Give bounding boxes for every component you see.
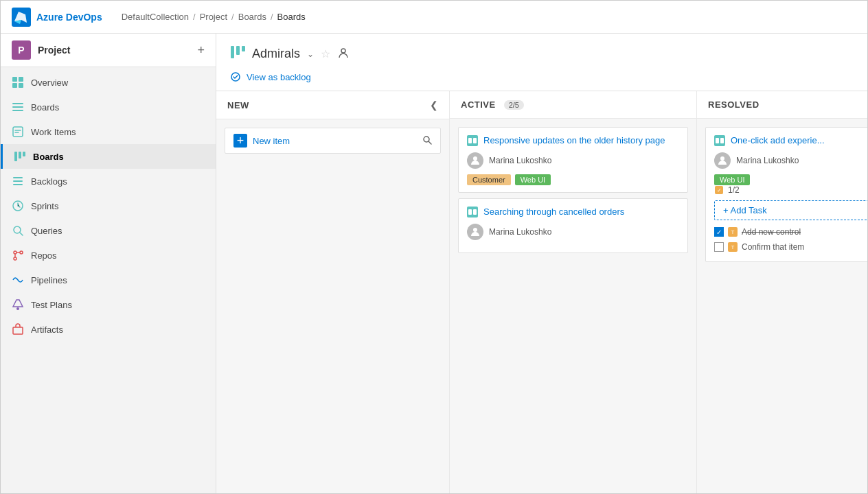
board-grid-icon xyxy=(230,45,245,63)
col-body-resolved: One-click add experie... Marina Lukoshko… xyxy=(697,119,867,493)
col-title-active: Active xyxy=(461,99,496,110)
avatar-r1 xyxy=(714,152,731,169)
sidebar-item-repos[interactable]: Repos xyxy=(1,243,216,268)
work-card-2[interactable]: Searching through cancelled orders Marin… xyxy=(458,198,688,253)
user-name-2: Marina Lukoshko xyxy=(489,227,551,237)
work-card-1-user: Marina Lukoshko xyxy=(467,152,679,169)
col-title-new: New xyxy=(227,100,249,110)
sidebar-item-sprints[interactable]: Sprints xyxy=(1,193,216,218)
col-header-new: New ❮ xyxy=(216,91,449,119)
task-child-icon-1: T xyxy=(728,227,738,237)
sidebar-item-testplans[interactable]: Test Plans xyxy=(1,292,216,317)
work-card-1[interactable]: Responsive updates on the older history … xyxy=(458,127,688,193)
sidebar-item-boards-parent-label: Boards xyxy=(31,102,59,113)
col-header-active: Active 2/5 xyxy=(450,91,696,119)
svg-rect-44 xyxy=(720,138,724,143)
svg-rect-27 xyxy=(231,46,234,58)
sidebar-item-testplans-label: Test Plans xyxy=(31,300,72,310)
content-header: Admirals ⌄ ☆ View as backlog xyxy=(216,34,867,91)
task-checkbox-1[interactable] xyxy=(714,227,724,237)
task-checkbox-2[interactable] xyxy=(714,242,724,252)
user-name-1: Marina Lukoshko xyxy=(489,156,551,165)
work-card-2-user: Marina Lukoshko xyxy=(467,224,679,240)
work-item-type-icon-1 xyxy=(467,135,478,146)
board-team-icon[interactable] xyxy=(337,47,350,62)
svg-point-30 xyxy=(341,49,345,53)
svg-point-37 xyxy=(473,156,477,161)
view-backlog-label: View as backlog xyxy=(247,72,311,82)
top-bar: Azure DevOps DefaultCollection / Project… xyxy=(1,1,867,34)
board-area: New ❮ + New item xyxy=(216,91,867,493)
sidebar-item-backlogs[interactable]: Backlogs xyxy=(1,169,216,193)
svg-rect-8 xyxy=(12,106,23,108)
board-title: Admirals xyxy=(252,47,300,61)
board-column-new: New ❮ + New item xyxy=(216,91,450,493)
sidebar-item-artifacts[interactable]: Artifacts xyxy=(1,317,216,342)
work-item-type-icon-2 xyxy=(467,207,478,217)
overview-icon xyxy=(12,76,24,89)
svg-point-20 xyxy=(14,251,16,254)
board-column-active: Active 2/5 Responsive updates on the old… xyxy=(450,91,697,493)
sidebar-item-queries-label: Queries xyxy=(31,226,62,236)
sidebar-item-repos-label: Repos xyxy=(31,250,57,261)
board-title-row: Admirals ⌄ ☆ xyxy=(230,45,854,63)
svg-point-45 xyxy=(720,156,724,161)
task-label-2: Confirm that item xyxy=(742,242,804,252)
sidebar-item-workitems-label: Work Items xyxy=(31,127,76,137)
sidebar-item-pipelines[interactable]: Pipelines xyxy=(1,268,216,292)
breadcrumb-defaultcollection[interactable]: DefaultCollection xyxy=(122,12,189,22)
work-card-r1-user: Marina Lukoshko xyxy=(714,152,867,169)
svg-point-22 xyxy=(20,251,23,254)
boards-parent-icon xyxy=(12,101,24,113)
sidebar-item-overview[interactable]: Overview xyxy=(1,70,216,95)
sidebar-item-queries[interactable]: Queries xyxy=(1,218,216,243)
col-chevron-new[interactable]: ❮ xyxy=(430,99,438,110)
col-body-active: Responsive updates on the older history … xyxy=(450,119,696,493)
col-header-resolved: Resolved xyxy=(697,91,867,119)
breadcrumb-sep-1: / xyxy=(193,12,196,22)
svg-rect-40 xyxy=(473,209,477,215)
testplans-icon xyxy=(12,298,24,311)
avatar-2 xyxy=(467,224,483,240)
work-card-2-header: Searching through cancelled orders xyxy=(467,206,679,218)
svg-rect-10 xyxy=(13,127,23,137)
task-progress-icon: ✓ xyxy=(714,185,724,195)
svg-rect-6 xyxy=(19,83,23,88)
board-dropdown-icon[interactable]: ⌄ xyxy=(307,49,314,59)
sidebar-item-boards-parent[interactable]: Boards xyxy=(1,95,216,119)
col-count-active: 2/5 xyxy=(504,100,524,110)
svg-line-33 xyxy=(429,141,431,144)
sidebar-nav: Overview Boards Work Items xyxy=(1,67,216,344)
breadcrumb-boards-1[interactable]: Boards xyxy=(238,12,266,22)
breadcrumb-boards-2: Boards xyxy=(277,12,306,22)
new-item-add-button[interactable]: + xyxy=(233,134,247,148)
svg-rect-14 xyxy=(13,177,23,178)
add-task-button[interactable]: + Add Task xyxy=(714,200,867,220)
svg-rect-28 xyxy=(236,46,240,55)
add-project-button[interactable]: + xyxy=(197,43,205,58)
sidebar-project: P Project + xyxy=(1,34,216,67)
sidebar-item-boards-label: Boards xyxy=(33,152,64,162)
svg-rect-26 xyxy=(13,327,23,334)
search-icon[interactable] xyxy=(422,135,432,147)
board-favorite-icon[interactable]: ☆ xyxy=(321,47,330,60)
logo-text: Azure DevOps xyxy=(36,12,102,23)
azure-devops-logo-icon xyxy=(12,8,31,27)
svg-rect-9 xyxy=(12,110,23,111)
sidebar-item-boards[interactable]: Boards xyxy=(1,144,216,169)
svg-rect-16 xyxy=(13,184,23,185)
work-card-resolved-1[interactable]: One-click add experie... Marina Lukoshko… xyxy=(705,127,867,262)
breadcrumb: DefaultCollection / Project / Boards / B… xyxy=(122,12,306,22)
logo[interactable]: Azure DevOps xyxy=(12,8,102,27)
workitems-icon xyxy=(12,126,24,138)
work-card-1-tags: Customer Web UI xyxy=(467,174,679,185)
svg-rect-15 xyxy=(13,180,23,182)
col-body-new: + New item xyxy=(216,119,449,493)
view-backlog-row[interactable]: View as backlog xyxy=(230,71,854,91)
new-item-label[interactable]: New item xyxy=(253,136,417,146)
task-progress: ✓ 1/2 xyxy=(714,185,867,195)
sidebar-item-workitems[interactable]: Work Items xyxy=(1,119,216,144)
backlogs-icon xyxy=(12,175,24,187)
pipelines-icon xyxy=(12,274,24,286)
breadcrumb-project[interactable]: Project xyxy=(200,12,227,22)
